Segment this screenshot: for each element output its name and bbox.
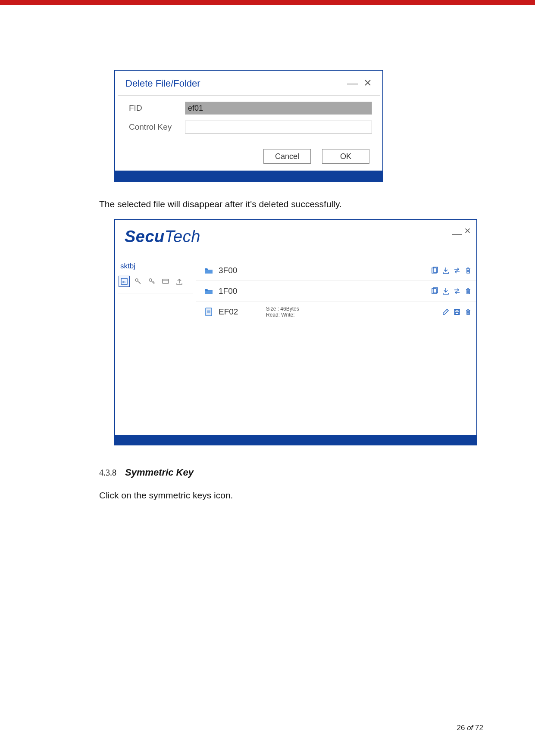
- section-body: Click on the symmetric keys icon.: [99, 490, 436, 501]
- item-name: 3F00: [219, 266, 266, 275]
- fid-label: FID: [129, 103, 185, 113]
- secutech-logo: SecuTech: [125, 227, 200, 246]
- folder-row[interactable]: 3F00: [196, 260, 476, 281]
- folder-icon: [203, 288, 214, 295]
- window-footer-bar: [115, 435, 476, 445]
- sidebar: sktbj: [115, 254, 196, 435]
- ok-button[interactable]: OK: [322, 149, 369, 164]
- symmetric-key-icon[interactable]: [132, 276, 144, 287]
- folder-row[interactable]: 1F00: [196, 281, 476, 302]
- save-icon[interactable]: [453, 308, 461, 316]
- upload-icon[interactable]: [174, 276, 185, 287]
- copy-icon[interactable]: [431, 267, 438, 274]
- divider: [118, 293, 193, 293]
- dialog-footer-bar: [115, 171, 382, 181]
- dialog-title: Delete File/Folder: [125, 78, 344, 89]
- delete-icon[interactable]: [464, 308, 472, 316]
- item-name: EF02: [219, 307, 266, 317]
- control-key-label: Control Key: [129, 122, 185, 132]
- import-icon[interactable]: [442, 287, 450, 295]
- delete-icon[interactable]: [464, 267, 472, 274]
- import-icon[interactable]: [442, 267, 450, 274]
- page-total: 72: [475, 724, 483, 732]
- close-icon[interactable]: [465, 227, 470, 235]
- transfer-icon[interactable]: [453, 287, 461, 295]
- sidebar-device-label[interactable]: sktbj: [115, 260, 196, 276]
- transfer-icon[interactable]: [453, 267, 461, 274]
- item-name: 1F00: [219, 286, 266, 296]
- minimize-icon[interactable]: —: [452, 227, 462, 240]
- folder-icon: [203, 267, 214, 274]
- delete-icon[interactable]: [464, 287, 472, 295]
- page-current: 26: [457, 724, 465, 732]
- file-meta: Size : 46Bytes Read: Write:: [266, 306, 299, 318]
- file-row[interactable]: EF02 Size : 46Bytes Read: Write:: [196, 302, 476, 322]
- delete-file-folder-dialog: Delete File/Folder — FID Control Key Can…: [114, 70, 383, 182]
- logo-part-1: Secu: [125, 227, 165, 246]
- file-rw: Read: Write:: [266, 312, 299, 318]
- secutech-window: SecuTech — sktbj: [114, 219, 477, 445]
- card-icon[interactable]: [160, 276, 171, 287]
- caption-text: The selected file will disappear after i…: [99, 199, 436, 209]
- section-title: Symmetric Key: [125, 467, 194, 478]
- control-key-input[interactable]: [185, 121, 372, 134]
- footer-rule: [73, 717, 483, 717]
- document-top-accent: [0, 0, 535, 5]
- page-number: 26 of 72: [457, 724, 484, 732]
- binary-files-icon[interactable]: [119, 276, 130, 287]
- file-list: 3F00 1F00: [196, 254, 476, 435]
- logo-part-2: Tech: [165, 227, 200, 246]
- fid-input[interactable]: [185, 102, 372, 115]
- edit-icon[interactable]: [442, 308, 450, 316]
- minimize-icon[interactable]: —: [344, 77, 362, 90]
- file-size: Size : 46Bytes: [266, 306, 299, 312]
- file-icon: [203, 308, 214, 316]
- copy-icon[interactable]: [431, 287, 438, 295]
- page-of: of: [467, 724, 473, 732]
- close-icon[interactable]: [362, 79, 374, 88]
- asymmetric-key-icon[interactable]: [146, 276, 157, 287]
- cancel-button[interactable]: Cancel: [263, 149, 311, 164]
- section-number: 4.3.8: [99, 468, 116, 478]
